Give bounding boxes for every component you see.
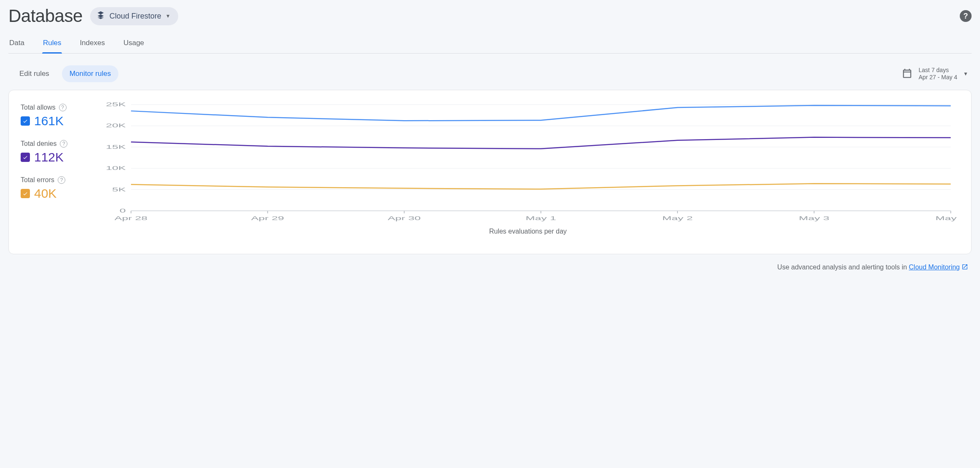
metric-errors: Total errors ? 40K — [21, 176, 84, 201]
help-icon[interactable]: ? — [60, 140, 67, 148]
svg-text:5K: 5K — [112, 186, 126, 192]
metric-errors-value: 40K — [34, 186, 56, 201]
date-range-label: Last 7 days — [918, 67, 957, 74]
metric-denies: Total denies ? 112K — [21, 140, 84, 164]
svg-text:May 4: May 4 — [935, 215, 959, 221]
help-icon[interactable]: ? — [58, 176, 65, 184]
svg-text:May 1: May 1 — [525, 215, 556, 221]
footer-prefix: Use advanced analysis and alerting tools… — [777, 264, 909, 271]
chart-svg: 05K10K15K20K25KApr 28Apr 29Apr 30May 1Ma… — [96, 101, 959, 223]
edit-rules-button[interactable]: Edit rules — [12, 65, 57, 82]
metric-allows: Total allows ? 161K — [21, 104, 84, 128]
svg-text:10K: 10K — [106, 165, 126, 171]
series-toggle-errors[interactable] — [21, 189, 30, 198]
tab-rules[interactable]: Rules — [42, 34, 62, 53]
firestore-icon — [96, 11, 105, 22]
calendar-icon — [902, 68, 913, 80]
monitor-rules-button[interactable]: Monitor rules — [62, 65, 118, 82]
svg-text:25K: 25K — [106, 101, 126, 107]
series-toggle-allows[interactable] — [21, 116, 30, 126]
footer-note: Use advanced analysis and alerting tools… — [8, 254, 972, 272]
help-icon[interactable]: ? — [59, 104, 67, 111]
chart-card: Total allows ? 161K Total denies ? — [8, 90, 972, 254]
chevron-down-icon: ▼ — [963, 71, 968, 77]
metric-allows-value: 161K — [34, 114, 64, 128]
tab-data[interactable]: Data — [8, 34, 25, 53]
svg-text:Apr 29: Apr 29 — [251, 215, 284, 221]
series-toggle-denies[interactable] — [21, 153, 30, 162]
chart-area: 05K10K15K20K25KApr 28Apr 29Apr 30May 1Ma… — [96, 101, 959, 235]
metric-errors-label: Total errors — [21, 176, 54, 184]
nav-tabs: Data Rules Indexes Usage — [8, 34, 972, 54]
chevron-down-icon: ▼ — [166, 13, 171, 19]
page-header: Database Cloud Firestore ▼ ? — [8, 0, 972, 30]
product-selector[interactable]: Cloud Firestore ▼ — [90, 7, 178, 25]
external-link-icon — [961, 264, 968, 272]
svg-text:0: 0 — [120, 207, 126, 213]
page-title: Database — [8, 6, 83, 26]
date-range-picker[interactable]: Last 7 days Apr 27 - May 4 ▼ — [902, 67, 968, 81]
subheader: Edit rules Monitor rules Last 7 days Apr… — [8, 54, 972, 90]
metrics-legend: Total allows ? 161K Total denies ? — [21, 101, 84, 235]
svg-text:Apr 30: Apr 30 — [388, 215, 420, 221]
svg-text:20K: 20K — [106, 123, 126, 129]
svg-text:May 2: May 2 — [662, 215, 693, 221]
cloud-monitoring-link[interactable]: Cloud Monitoring — [909, 264, 968, 271]
svg-text:May 3: May 3 — [799, 215, 829, 221]
tab-indexes[interactable]: Indexes — [79, 34, 106, 53]
date-range-text: Last 7 days Apr 27 - May 4 — [918, 67, 957, 81]
metric-allows-label: Total allows — [21, 104, 56, 111]
metric-denies-value: 112K — [34, 150, 64, 164]
date-range-value: Apr 27 - May 4 — [918, 74, 957, 81]
svg-text:Apr 28: Apr 28 — [115, 215, 147, 221]
product-selector-label: Cloud Firestore — [110, 12, 161, 21]
metric-denies-label: Total denies — [21, 140, 56, 148]
tab-usage[interactable]: Usage — [123, 34, 145, 53]
svg-text:15K: 15K — [106, 144, 126, 150]
help-icon[interactable]: ? — [960, 10, 972, 22]
chart-xlabel: Rules evaluations per day — [96, 228, 959, 235]
